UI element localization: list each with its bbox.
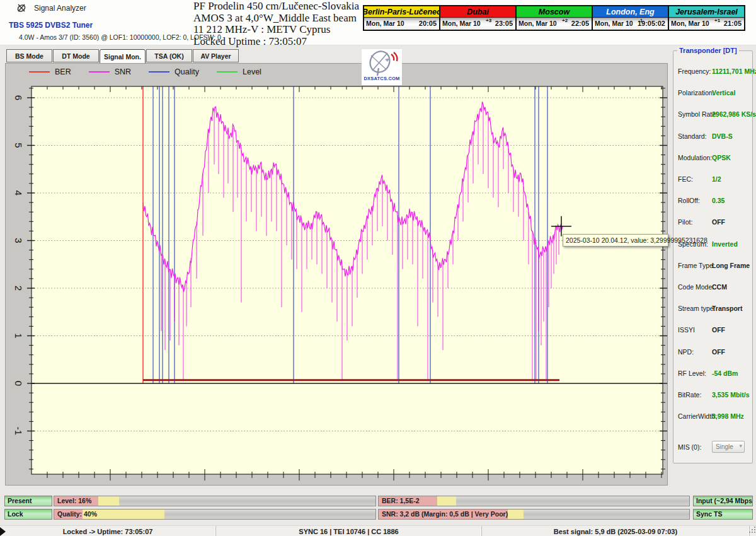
world-clock: DubaiMon, Mar 10+323:05 [439,5,517,31]
field-value: 3,998 MHz [712,412,744,420]
clock-time: 22:05 [571,20,589,27]
field-label: NPD: [678,348,694,356]
clock-city: Moscow [517,6,592,18]
field-label: MIS (0): [678,443,701,451]
resize-grip[interactable] [748,527,755,534]
clock-city: Berlin-Paris-Lučenec [364,6,439,18]
mouse-cursor [0,527,6,536]
y-tick-label: 0 [13,381,24,386]
window-title: Signal Analyzer [34,4,86,13]
transponder-field-stream-type: Stream type:Transport [678,305,749,313]
annotation-line: AMOS 3 at 4,0°W_Middle East beam [193,13,370,25]
field-label: Code Mode: [678,283,714,291]
field-value: OFF [712,218,725,226]
field-value: Inverted [712,240,738,248]
tab-bs-mode[interactable]: BS Mode [6,49,52,62]
transponder-field-pilot: Pilot:OFF [678,218,749,227]
world-clocks: Berlin-Paris-LučenecMon, Mar 1020:05Duba… [364,5,745,31]
level-bar: Level: 16% [54,496,376,506]
y-tick-label: -1 [13,427,24,435]
clock-date: Mon, Mar 10 [366,20,404,27]
field-value: OFF [712,348,725,356]
field-label: ISSYI [678,326,695,334]
field-value: 11211,701 MHz [712,67,756,75]
annotation-line: Locked Uptime : 73:05:07 [193,36,370,48]
quality-bar-label: Quality: 40% [57,510,97,518]
transponder-field-code-mode: Code Mode:CCM [678,283,749,292]
field-value: 3,535 Mbit/s [712,391,750,399]
field-label: Pilot: [678,218,692,226]
chart-tooltip: 2025-03-10 20.04.12, value: 3,2999999523… [563,234,668,247]
transponder-field-frame-type: Frame Type:Long Frame [678,262,749,271]
field-value: 1/2 [712,175,721,183]
level-bar-label: Level: 16% [57,497,91,504]
clock-utc-offset: +2 [562,18,568,23]
y-tick-label: 4 [13,190,24,195]
tab-dt-mode[interactable]: DT Mode [53,49,99,62]
lock-indicator: Lock [4,509,52,520]
field-value: 0.35 [712,197,724,204]
app-icon [16,3,28,13]
world-clock: Berlin-Paris-LučenecMon, Mar 1020:05 [363,5,440,31]
field-value: Vertical [712,89,735,96]
status-sync-counters: SYNC 16 | TEI 10746 | CC 1886 [216,526,482,536]
clock-city: London, Eng [593,6,668,18]
field-label: Stream type: [678,305,716,312]
annotation-line: 11 212 MHz-V : METV Cyprus [193,24,370,36]
clock-date: Mon, Mar 10 [595,20,633,27]
tab-signal-mon[interactable]: Signal Mon. [100,49,146,64]
transponder-field-mis: MIS (0):Single▾ [678,443,749,452]
tuner-title: TBS 5925 DVBS2 Tuner [9,21,93,30]
field-value: -54 dBm [712,370,738,377]
transponder-field-frequency: Frequency:11211,701 MHz [678,67,749,76]
transponder-field-carrierwidth: CarrierWidth:3,998 MHz [678,412,749,421]
transponder-field-bitrate: BitRate:3,535 Mbit/s [678,391,749,400]
field-value: Long Frame [712,262,750,269]
clock-time: 21:05 [724,20,742,27]
field-label: FEC: [678,175,693,183]
world-clock: Jerusalem-IsraelMon, Mar 10+121:05 [668,5,745,31]
world-clock: MoscowMon, Mar 10+222:05 [515,5,593,31]
quality-bar: Quality: 40% [54,509,376,520]
status-locked-uptime: Locked -> Uptime: 73:05:07 [0,526,216,536]
tab-av-player[interactable]: AV Player [193,49,239,62]
ber-bar-label: BER: 1,5E-2 [382,497,420,504]
logo-text: DXSATCS.COM [364,76,399,81]
chevron-down-icon: ▾ [739,443,742,449]
clock-date: Mon, Mar 10 [518,20,557,27]
tab-tsa-ok[interactable]: TSA (OK) [146,49,192,62]
y-tick-label: 5 [13,143,24,148]
field-value: QPSK [712,154,731,161]
field-value: DVB-S [712,132,733,140]
transponder-field-symbol-rate: Symbol Rate:2962,986 KS/s [678,110,749,119]
clock-time: 20:05 [419,20,437,27]
field-value: CCM [712,283,727,291]
ber-bar: BER: 1,5E-2 [378,496,690,506]
field-label: RollOff: [678,197,700,204]
clock-city: Dubai [440,6,515,18]
field-value: 2962,986 KS/s [712,110,756,118]
y-tick-label: 1 [13,333,24,338]
field-label: CarrierWidth: [678,412,717,420]
dxsatcs-logo: DXSATCS.COM [362,49,402,85]
field-label: Frame Type: [678,262,715,269]
field-label: Standard: [678,132,707,140]
mis-dropdown[interactable]: Single▾ [712,441,745,453]
snr-chart[interactable]: 6543210-1 [5,63,668,486]
annotation-line: PF Prodelin 450 cm/Lučenec-Slovakia [193,1,370,13]
clock-city: Jerusalem-Israel [669,6,744,18]
status-best-signal: Best signal: 5,9 dB (2025-03-09 07:03) [482,526,750,536]
snr-bar-label: SNR: 3,2 dB (Margin: 0,5 dB | Very Poor) [382,510,508,518]
y-tick-label: 6 [13,95,24,100]
transponder-field-fec: FEC:1/2 [678,175,749,184]
clock-date: Mon, Mar 10 [442,20,481,27]
annotation-text: PF Prodelin 450 cm/Lučenec-SlovakiaAMOS … [193,1,370,47]
field-label: Frequency: [678,67,711,75]
y-tick-label: 2 [13,286,24,291]
field-label: Polarization: [678,89,714,96]
tuner-details: 4.0W - Amos 3/7 (ID: 3560) @ LOF1: 10000… [19,33,221,41]
clock-time: 19:05:02 [638,20,665,27]
transponder-field-rolloff: RollOff:0.35 [678,197,749,206]
mode-tabs: BS ModeDT ModeSignal Mon.TSA (OK)AV Play… [6,49,239,64]
transponder-panel-title: Transponder [DT] [677,47,739,54]
